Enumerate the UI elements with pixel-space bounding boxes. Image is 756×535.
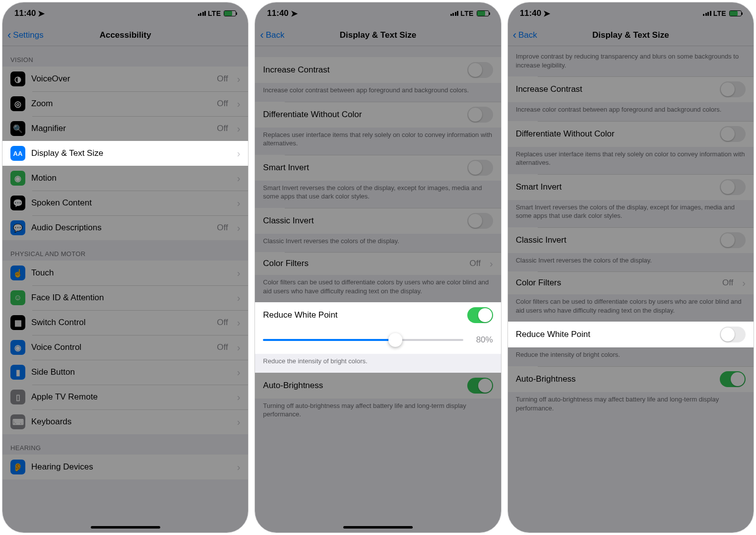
- switch-icon: ▦: [10, 315, 25, 330]
- row-display-text-size[interactable]: AA Display & Text Size ›: [2, 141, 248, 166]
- row-audio-descriptions[interactable]: 💬 Audio Descriptions Off ›: [2, 215, 248, 240]
- toggle-increase-contrast[interactable]: [720, 81, 746, 97]
- row-voice-control[interactable]: ◉ Voice Control Off ›: [2, 335, 248, 360]
- carrier-label: LTE: [460, 9, 473, 17]
- chevron-right-icon: ›: [237, 99, 241, 109]
- label: Reduce White Point: [516, 330, 590, 339]
- row-appletv-remote[interactable]: ▯ Apple TV Remote ›: [2, 385, 248, 409]
- status-time: 11:40: [520, 8, 541, 18]
- value: Off: [217, 318, 228, 328]
- appletv-icon: ▯: [10, 390, 25, 404]
- label: Classic Invert: [263, 216, 314, 226]
- back-button[interactable]: ‹Back: [260, 30, 284, 41]
- toggle-diff-color[interactable]: [467, 107, 493, 123]
- row-color-filters[interactable]: Color Filters Off ›: [508, 271, 754, 294]
- chevron-right-icon: ›: [237, 74, 241, 84]
- label: Spoken Content: [31, 198, 92, 208]
- touch-icon: ☝: [10, 266, 25, 280]
- label: Smart Invert: [516, 182, 562, 192]
- row-diff-color[interactable]: Differentiate Without Color: [255, 102, 501, 128]
- label: Color Filters: [263, 259, 309, 268]
- phone-accessibility: 11:40 ➤ LTE ‹Settings Accessibility VISI…: [2, 2, 249, 533]
- slider-track[interactable]: [263, 339, 463, 341]
- toggle-auto-brightness[interactable]: [720, 371, 746, 387]
- toggle-smart-invert[interactable]: [467, 160, 493, 176]
- home-indicator[interactable]: [343, 526, 413, 529]
- row-magnifier[interactable]: 🔍 Magnifier Off ›: [2, 116, 248, 141]
- chevron-left-icon: ‹: [260, 30, 263, 41]
- toggle-classic-invert[interactable]: [720, 232, 746, 248]
- row-hearing-devices[interactable]: 👂 Hearing Devices ›: [2, 455, 248, 479]
- footer-reduce-white-point: Reduce the intensity of bright colors.: [255, 354, 501, 373]
- chevron-right-icon: ›: [237, 124, 241, 134]
- row-smart-invert[interactable]: Smart Invert: [255, 155, 501, 181]
- row-reduce-white-point[interactable]: Reduce White Point: [255, 302, 501, 328]
- toggle-auto-brightness[interactable]: [467, 378, 493, 394]
- row-diff-color[interactable]: Differentiate Without Color: [508, 121, 754, 147]
- label: Magnifier: [31, 124, 66, 134]
- label: Hearing Devices: [31, 462, 93, 472]
- label: Smart Invert: [263, 163, 309, 173]
- value: Off: [217, 124, 228, 134]
- row-increase-contrast[interactable]: Increase Contrast: [508, 76, 754, 102]
- scroll-area[interactable]: VISION ◑ VoiceOver Off › ◎ Zoom Off › 🔍 …: [2, 46, 248, 533]
- row-touch[interactable]: ☝ Touch ›: [2, 261, 248, 285]
- value: Off: [470, 259, 481, 268]
- scroll-area[interactable]: Increase Contrast Increase color contras…: [255, 46, 501, 533]
- label: Zoom: [31, 99, 53, 109]
- back-button[interactable]: ‹Back: [513, 30, 537, 41]
- location-icon: ➤: [291, 8, 298, 19]
- footer-smart-invert: Smart Invert reverses the colors of the …: [508, 200, 754, 227]
- magnifier-icon: 🔍: [10, 121, 25, 136]
- row-keyboards[interactable]: ⌨ Keyboards ›: [2, 409, 248, 434]
- row-auto-brightness[interactable]: Auto-Brightness: [508, 366, 754, 392]
- chevron-right-icon: ›: [237, 318, 241, 328]
- chevron-right-icon: ›: [237, 148, 241, 158]
- toggle-reduce-white-point[interactable]: [720, 327, 746, 342]
- row-spoken-content[interactable]: 💬 Spoken Content ›: [2, 191, 248, 215]
- spoken-icon: 💬: [10, 196, 25, 210]
- chevron-right-icon: ›: [237, 223, 241, 233]
- toggle-smart-invert[interactable]: [720, 179, 746, 195]
- status-bar: 11:40 ➤ LTE: [2, 2, 248, 24]
- toggle-classic-invert[interactable]: [467, 213, 493, 229]
- slider-value: 80%: [470, 335, 493, 345]
- back-button[interactable]: ‹Settings: [7, 30, 44, 41]
- hearing-icon: 👂: [10, 460, 25, 474]
- row-smart-invert[interactable]: Smart Invert: [508, 174, 754, 200]
- scroll-area[interactable]: Improve contrast by reducing transparenc…: [508, 46, 754, 533]
- nav-bar: ‹Settings Accessibility: [2, 24, 248, 46]
- chevron-right-icon: ›: [742, 278, 746, 288]
- slider-thumb[interactable]: [388, 333, 402, 347]
- row-voiceover[interactable]: ◑ VoiceOver Off ›: [2, 67, 248, 91]
- label: Switch Control: [31, 318, 86, 328]
- value: Off: [722, 278, 733, 288]
- row-color-filters[interactable]: Color Filters Off ›: [255, 252, 501, 275]
- label: Auto-Brightness: [516, 374, 576, 384]
- row-zoom[interactable]: ◎ Zoom Off ›: [2, 91, 248, 116]
- toggle-diff-color[interactable]: [720, 126, 746, 142]
- toggle-increase-contrast[interactable]: [467, 62, 493, 78]
- row-motion[interactable]: ◉ Motion ›: [2, 166, 248, 191]
- label: Face ID & Attention: [31, 293, 104, 303]
- row-classic-invert[interactable]: Classic Invert: [255, 208, 501, 234]
- chevron-left-icon: ‹: [7, 30, 11, 41]
- footer-auto-brightness: Turning off auto-brightness may affect b…: [255, 399, 501, 426]
- row-auto-brightness[interactable]: Auto-Brightness: [255, 373, 501, 399]
- label: Display & Text Size: [31, 148, 103, 158]
- row-switch-control[interactable]: ▦ Switch Control Off ›: [2, 310, 248, 335]
- row-side-button[interactable]: ▮ Side Button ›: [2, 360, 248, 385]
- display-text-icon: AA: [10, 146, 25, 161]
- footer-increase-contrast: Increase color contrast between app fore…: [508, 102, 754, 121]
- slider-reduce-white-point[interactable]: 80%: [255, 328, 501, 354]
- signal-icon: [198, 11, 206, 16]
- toggle-reduce-white-point[interactable]: [467, 307, 493, 323]
- row-reduce-white-point[interactable]: Reduce White Point: [508, 322, 754, 347]
- home-indicator[interactable]: [91, 526, 160, 529]
- label: Touch: [31, 268, 54, 278]
- motion-icon: ◉: [10, 171, 25, 186]
- row-increase-contrast[interactable]: Increase Contrast: [255, 57, 501, 83]
- row-classic-invert[interactable]: Classic Invert: [508, 227, 754, 253]
- footer-reduce-white-point: Reduce the intensity of bright colors.: [508, 347, 754, 366]
- row-faceid[interactable]: ☺ Face ID & Attention ›: [2, 285, 248, 310]
